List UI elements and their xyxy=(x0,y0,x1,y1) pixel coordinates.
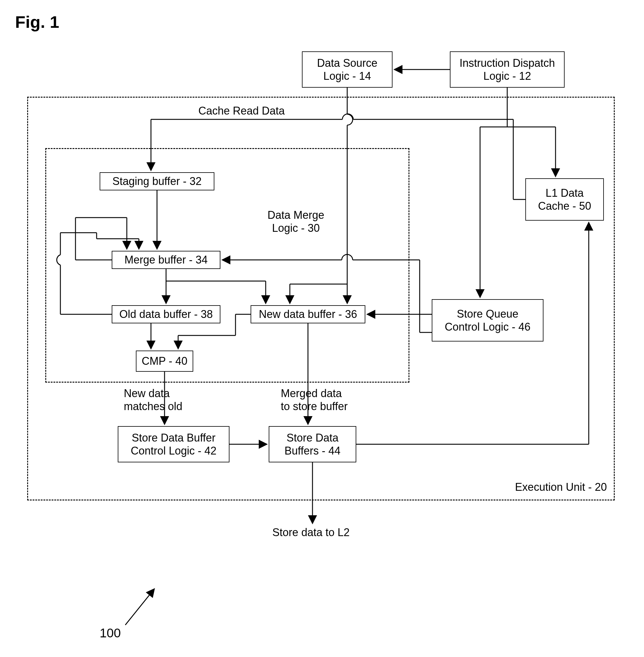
box-new-data-buffer: New data buffer - 36 xyxy=(251,305,365,323)
box-staging-buffer: Staging buffer - 32 xyxy=(100,172,214,190)
box-store-queue-control: Store Queue Control Logic - 46 xyxy=(432,299,544,342)
label-merged-data-to-store-buffer: Merged data to store buffer xyxy=(281,387,371,413)
svg-line-47 xyxy=(125,589,154,625)
cache-read-data-label: Cache Read Data xyxy=(187,104,296,117)
data-merge-logic-label: Data Merge Logic - 30 xyxy=(257,209,335,235)
label-new-data-matches-old: New data matches old xyxy=(124,387,202,413)
box-store-data-buffers: Store Data Buffers - 44 xyxy=(269,426,356,462)
box-merge-buffer: Merge buffer - 34 xyxy=(112,251,221,269)
figure-title: Fig. 1 xyxy=(15,12,59,32)
execution-unit-label: Execution Unit - 20 xyxy=(498,481,607,494)
box-old-data-buffer: Old data buffer - 38 xyxy=(112,305,221,323)
box-instruction-dispatch-logic: Instruction Dispatch Logic - 12 xyxy=(450,51,565,88)
box-store-data-buffer-ctrl: Store Data Buffer Control Logic - 42 xyxy=(118,426,229,462)
box-l1-data-cache: L1 Data Cache - 50 xyxy=(525,178,604,221)
box-cmp: CMP - 40 xyxy=(136,351,193,372)
reference-number: 100 xyxy=(100,626,121,641)
box-data-source-logic: Data Source Logic - 14 xyxy=(302,51,392,88)
label-store-data-to-l2: Store data to L2 xyxy=(257,526,365,539)
